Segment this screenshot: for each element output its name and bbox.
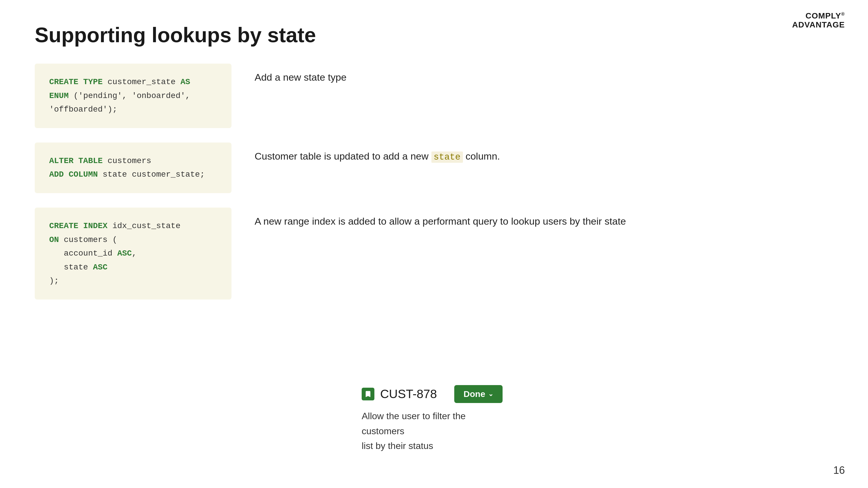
code-block-2: ALTER TABLE customers ADD COLUMN state c… xyxy=(35,142,231,193)
description-text: Add a new state type xyxy=(255,72,347,83)
row-3: CREATE INDEX idx_cust_state ON customers… xyxy=(35,207,833,299)
description-3: A new range index is added to allow a pe… xyxy=(255,207,833,229)
code-text: ('pending', 'onboarded', 'offboarded'); xyxy=(49,91,190,114)
ticket-desc-line1: Allow the user to filter the customers xyxy=(362,409,506,438)
row-1: CREATE TYPE customer_state AS ENUM ('pen… xyxy=(35,64,833,128)
code-text: ); xyxy=(49,276,59,285)
ticket-icon xyxy=(362,388,374,400)
description-text: Customer table is updated to add a new xyxy=(255,151,431,162)
inline-code-state: state xyxy=(431,152,463,163)
code-line: account_id ASC, xyxy=(49,247,217,260)
keyword: AS xyxy=(181,77,190,87)
keyword: ALTER TABLE xyxy=(49,156,103,165)
row-2: ALTER TABLE customers ADD COLUMN state c… xyxy=(35,142,833,193)
keyword: CREATE TYPE xyxy=(49,77,103,87)
code-line: CREATE INDEX idx_cust_state xyxy=(49,219,217,233)
code-text: state xyxy=(49,263,93,272)
logo-line2: ADVANTAGE xyxy=(792,20,845,29)
description-1: Add a new state type xyxy=(255,64,833,85)
keyword: ASC xyxy=(117,249,132,258)
description-text-cont: column. xyxy=(463,151,500,162)
code-text: , xyxy=(132,249,137,258)
logo-text: COMPLY® ADVANTAGE xyxy=(792,11,845,30)
code-line: state ASC xyxy=(49,260,217,274)
code-block-3: CREATE INDEX idx_cust_state ON customers… xyxy=(35,207,231,299)
content-area: CREATE TYPE customer_state AS ENUM ('pen… xyxy=(35,64,833,314)
keyword: ENUM xyxy=(49,91,69,100)
done-button[interactable]: Done ⌄ xyxy=(454,385,503,403)
ticket-row: CUST-878 Done ⌄ xyxy=(362,385,503,403)
keyword: CREATE INDEX xyxy=(49,222,107,230)
bottom-section: CUST-878 Done ⌄ Allow the user to filter… xyxy=(362,385,506,453)
code-line: ALTER TABLE customers xyxy=(49,154,217,168)
code-line: ENUM ('pending', 'onboarded', 'offboarde… xyxy=(49,89,217,117)
ticket-id: CUST-878 xyxy=(380,387,437,401)
code-text: customers xyxy=(107,156,151,165)
ticket-id-area: CUST-878 xyxy=(362,387,437,401)
bookmark-icon xyxy=(364,390,372,398)
ticket-desc-line2: list by their status xyxy=(362,438,506,453)
page-title: Supporting lookups by state xyxy=(35,23,316,47)
done-label: Done xyxy=(464,389,485,399)
logo: COMPLY® ADVANTAGE xyxy=(792,11,845,30)
keyword: ON xyxy=(49,235,59,244)
description-2: Customer table is updated to add a new s… xyxy=(255,142,833,164)
code-text: account_id xyxy=(49,249,117,258)
code-line: CREATE TYPE customer_state AS xyxy=(49,75,217,89)
code-text: state customer_state; xyxy=(103,170,205,179)
keyword: ADD COLUMN xyxy=(49,170,98,179)
code-line: ON customers ( xyxy=(49,233,217,247)
chevron-down-icon: ⌄ xyxy=(488,390,493,398)
code-text: customers ( xyxy=(64,235,117,244)
code-block-1: CREATE TYPE customer_state AS ENUM ('pen… xyxy=(35,64,231,128)
keyword: ASC xyxy=(93,263,107,272)
logo-reg: ® xyxy=(841,11,845,17)
code-text: idx_cust_state xyxy=(112,222,180,230)
description-text: A new range index is added to allow a pe… xyxy=(255,216,626,227)
code-line: ADD COLUMN state customer_state; xyxy=(49,168,217,182)
ticket-description: Allow the user to filter the customers l… xyxy=(362,409,506,453)
logo-line1: COMPLY xyxy=(806,11,841,20)
page-number: 16 xyxy=(833,464,845,477)
code-text: customer_state xyxy=(107,77,181,87)
code-line: ); xyxy=(49,274,217,288)
